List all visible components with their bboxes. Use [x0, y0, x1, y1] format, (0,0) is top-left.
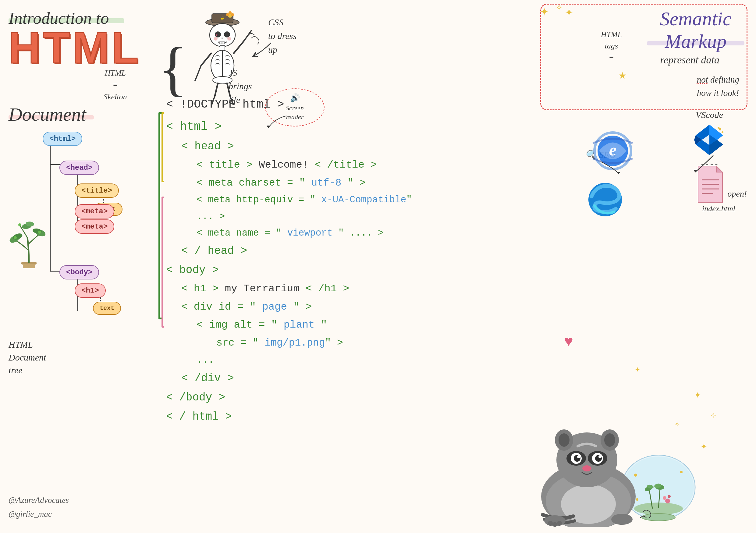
raccoon-illustration: [527, 411, 704, 527]
sparkle-3: ✦: [701, 442, 707, 451]
svg-point-60: [721, 131, 723, 133]
sparkle-5: ✦: [635, 366, 640, 374]
code-img-alt: < img alt = " plant ": [166, 316, 434, 334]
svg-point-78: [668, 495, 671, 498]
svg-point-6: [226, 13, 229, 16]
html-title: HTML: [9, 26, 141, 70]
tree-node-h1: <h1>: [75, 283, 106, 298]
sparkle-2: ✧: [674, 420, 680, 428]
svg-point-59: [719, 128, 721, 130]
heart-decoration: ♥: [564, 332, 573, 350]
svg-point-61: [717, 127, 719, 129]
code-h1-line: < h1 > my Terrarium < /h1 >: [166, 280, 434, 298]
code-body-open: < body >: [166, 260, 434, 280]
svg-point-9: [224, 31, 230, 38]
svg-line-19: [201, 53, 211, 66]
star-2: ✧: [555, 2, 562, 13]
vscode-arrow: [689, 152, 729, 177]
code-section: < !DOCTYPE html > < html > < head > < ti…: [166, 94, 434, 426]
tree-node-title: <title>: [75, 183, 119, 198]
svg-point-81: [680, 471, 683, 473]
svg-rect-15: [220, 46, 225, 50]
star-1: ✦: [540, 6, 549, 18]
open-label: open!: [727, 189, 747, 199]
pink-bracket: [161, 197, 164, 328]
html-tags-label: HTML tags =: [601, 18, 622, 63]
code-head-close: < / head >: [166, 241, 434, 260]
code-meta-charset: < meta charset = " utf-8 " >: [166, 174, 434, 192]
svg-point-104: [557, 521, 562, 526]
svg-point-82: [636, 498, 638, 501]
tree-node-text2: text: [93, 302, 121, 315]
edge-browser-icon: [585, 180, 625, 219]
document-section: Document: [9, 104, 86, 125]
code-div-id: < div id = " page " >: [166, 298, 434, 316]
svg-point-77: [663, 496, 666, 500]
social-handles: @AzureAdvocates @girlie_mac: [9, 493, 69, 521]
svg-point-99: [582, 466, 591, 471]
svg-point-103: [553, 522, 557, 527]
tree-node-body: <body>: [59, 265, 99, 280]
yellow-bracket: [161, 112, 164, 182]
svg-line-23: [215, 83, 218, 96]
tree-node-head: <head>: [59, 161, 99, 175]
svg-point-5: [231, 13, 234, 16]
not-defining: not defininghow it look!: [697, 73, 739, 100]
code-html-close: < / html >: [166, 407, 434, 426]
page: Introduction to HTML HTML = Skelton { # …: [0, 0, 756, 533]
sparkle-1: ✦: [694, 390, 701, 400]
tree-node-meta1: <meta>: [75, 204, 114, 219]
ie-arrow: [598, 158, 622, 177]
intro-title: Introduction to: [9, 9, 109, 28]
handle-2: @girlie_mac: [9, 507, 69, 521]
svg-point-101: [611, 514, 633, 525]
intro-text: Introduction to: [9, 9, 109, 27]
code-meta-http: < meta http-equiv = " x-UA-Compatible" .…: [166, 192, 434, 225]
star-3: ✦: [565, 7, 573, 18]
code-src: src = " img/p1.png" >: [166, 334, 434, 352]
svg-line-21: [234, 41, 244, 53]
code-body-close: < /body >: [166, 388, 434, 407]
svg-point-98: [599, 455, 602, 458]
code-dots: ...: [166, 352, 434, 369]
svg-text:e: e: [609, 141, 616, 159]
code-head-open: < head >: [166, 137, 434, 156]
html-skeleton-label: HTML = Skelton: [104, 67, 127, 103]
vscode-icon: [693, 123, 726, 157]
code-title-line: < title > Welcome! < /title >: [166, 156, 434, 174]
svg-point-97: [577, 455, 580, 458]
code-doctype: < !DOCTYPE html >: [166, 94, 434, 115]
svg-point-88: [558, 433, 570, 447]
svg-point-4: [229, 11, 231, 14]
vscode-label: VScode: [671, 110, 747, 120]
svg-point-90: [604, 433, 615, 447]
svg-point-79: [642, 514, 675, 521]
svg-text:♥: ♥: [216, 33, 218, 37]
star-not: ★: [618, 70, 627, 81]
svg-line-20: [195, 66, 201, 81]
sparkle-4: ✧: [710, 412, 716, 420]
css-arrow: [247, 37, 277, 61]
svg-point-76: [665, 498, 670, 503]
tree-node-meta2: <meta>: [75, 219, 114, 234]
code-div-close: < /div >: [166, 369, 434, 388]
svg-point-102: [548, 521, 553, 526]
semantic-title: Semantic Markup: [647, 8, 744, 52]
svg-rect-12: [222, 42, 225, 44]
svg-text:#: #: [221, 15, 224, 21]
svg-point-80: [634, 473, 637, 477]
svg-point-14: [227, 37, 231, 40]
document-title: Document: [9, 104, 86, 125]
code-meta-viewport: < meta name = " viewport " .... >: [166, 225, 434, 241]
represent-data: represent data: [660, 54, 719, 66]
html-doc-tree-label: HTML Document tree: [9, 338, 46, 377]
handle-1: @AzureAdvocates: [9, 493, 69, 507]
index-html-label: index.html: [702, 204, 735, 213]
code-html-open: < html >: [166, 117, 434, 137]
tree-node-html: <html>: [43, 132, 82, 146]
svg-rect-11: [219, 42, 222, 44]
svg-point-13: [214, 37, 218, 40]
